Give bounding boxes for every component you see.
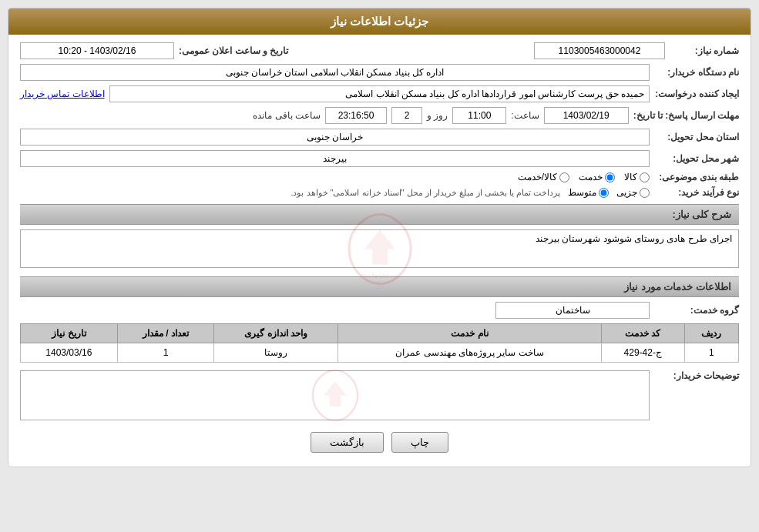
deadline-time: 11:00 <box>452 107 506 124</box>
process-note: پرداخت تمام یا بخشی از مبلغ خریدار از مح… <box>291 188 560 198</box>
table-row: 1ج-42-429ساخت سایر پروژه‌های مهندسی عمرا… <box>21 343 739 363</box>
col-header-date: تاریخ نیاز <box>21 324 118 343</box>
description-textarea[interactable]: اجرای طرح هادی روستای شوشود شهرستان بیرج… <box>20 229 739 268</box>
need-number-value: 1103005463000042 <box>534 42 665 59</box>
province-value: خراسان جنوبی <box>20 129 650 146</box>
process-label-motavasset: متوسط <box>568 187 596 198</box>
buyer-org-value: اداره کل بنیاد مسکن انقلاب اسلامی استان … <box>20 64 650 81</box>
province-row: استان محل تحویل: خراسان جنوبی <box>20 129 739 146</box>
button-row: چاپ بازگشت <box>20 432 739 453</box>
process-radio-jozei[interactable] <box>640 188 650 198</box>
city-row: شهر محل تحویل: بیرجند <box>20 150 739 167</box>
process-radio-motavasset[interactable] <box>599 188 609 198</box>
col-header-qty: تعداد / مقدار <box>117 324 214 343</box>
category-radio-kala-khedmat[interactable] <box>559 172 569 182</box>
contact-link[interactable]: اطلاعات تماس خریدار <box>20 89 105 99</box>
creator-value: حمیده حق پرست کارشناس امور قراردادها ادا… <box>109 85 650 102</box>
col-header-unit: واحد اندازه گیری <box>214 324 338 343</box>
services-table-header-row: ردیف کد خدمت نام خدمت واحد اندازه گیری ت… <box>21 324 739 343</box>
creator-row: ایجاد کننده درخواست: حمیده حق پرست کارشن… <box>20 85 739 102</box>
card-body: شماره نیاز: 1103005463000042 تاریخ و ساع… <box>8 35 751 467</box>
deadline-days: 2 <box>391 107 422 124</box>
deadline-day-label: روز و <box>427 110 448 121</box>
city-label: شهر محل تحویل: <box>654 153 739 164</box>
deadline-row: مهلت ارسال پاسخ: تا تاریخ: 1403/02/19 سا… <box>20 107 739 124</box>
page-wrapper: جزئیات اطلاعات نیاز شماره نیاز: 11030054… <box>0 0 759 532</box>
main-card: جزئیات اطلاعات نیاز شماره نیاز: 11030054… <box>8 8 751 467</box>
announce-date-value: 1403/02/16 - 10:20 <box>20 42 174 59</box>
table-cell-row: 1 <box>684 343 738 363</box>
col-header-code: کد خدمت <box>601 324 684 343</box>
creator-label: ایجاد کننده درخواست: <box>654 89 739 99</box>
category-option-khedmat[interactable]: خدمت <box>579 172 615 182</box>
top-info-row: شماره نیاز: 1103005463000042 تاریخ و ساع… <box>20 42 739 59</box>
process-option-motavasset[interactable]: متوسط <box>568 187 609 198</box>
service-group-row: گروه خدمت: ساختمان <box>20 302 739 319</box>
province-label: استان محل تحویل: <box>654 132 739 142</box>
description-area-wrapper: AhaTender.net اجرای طرح هادی روستای شوشو… <box>20 229 739 270</box>
category-label-khedmat: خدمت <box>579 172 603 182</box>
buyer-desc-label: توضیحات خریدار: <box>654 370 739 381</box>
category-radio-khedmat[interactable] <box>605 172 615 182</box>
service-info-section-header: اطلاعات خدمات مورد نیاز <box>20 276 739 297</box>
category-radio-kala[interactable] <box>640 172 650 182</box>
service-info-label: اطلاعات خدمات مورد نیاز <box>624 281 731 293</box>
deadline-time-label: ساعت: <box>511 110 539 121</box>
description-section-label: شرح کلی نیاز: <box>20 204 739 225</box>
buyer-org-label: نام دستگاه خریدار: <box>654 67 739 78</box>
category-option-kala[interactable]: کالا <box>624 172 650 182</box>
category-radio-group: کالا خدمت کالا/خدمت <box>518 172 650 182</box>
city-value: بیرجند <box>20 150 650 167</box>
services-table-body: 1ج-42-429ساخت سایر پروژه‌های مهندسی عمرا… <box>21 343 739 363</box>
description-label: شرح کلی نیاز: <box>672 209 731 220</box>
category-option-kala-khedmat[interactable]: کالا/خدمت <box>518 172 569 182</box>
table-cell-date: 1403/03/16 <box>21 343 118 363</box>
services-table: ردیف کد خدمت نام خدمت واحد اندازه گیری ت… <box>20 323 739 363</box>
deadline-countdown: 23:16:50 <box>325 107 387 124</box>
service-group-value: ساختمان <box>495 302 650 319</box>
process-row: نوع فرآیند خرید: جزیی متوسط پرداخت تمام … <box>20 187 739 198</box>
table-cell-name: ساخت سایر پروژه‌های مهندسی عمران <box>338 343 601 363</box>
print-button[interactable]: چاپ <box>391 432 448 453</box>
back-button[interactable]: بازگشت <box>311 432 384 453</box>
process-label-jozei: جزیی <box>616 187 637 198</box>
col-header-name: نام خدمت <box>338 324 601 343</box>
card-header: جزئیات اطلاعات نیاز <box>8 8 751 35</box>
category-label-kala: کالا <box>624 172 637 182</box>
buyer-desc-textarea[interactable] <box>20 370 650 420</box>
process-option-jozei[interactable]: جزیی <box>616 187 650 198</box>
service-group-label: گروه خدمت: <box>654 305 739 316</box>
buyer-desc-wrapper <box>20 370 650 423</box>
process-label: نوع فرآیند خرید: <box>654 187 739 198</box>
table-cell-qty: 1 <box>117 343 214 363</box>
category-row: طبقه بندی موضوعی: کالا خدمت کالا/خدمت <box>20 172 739 182</box>
table-cell-unit: روستا <box>214 343 338 363</box>
announce-date-group: تاریخ و ساعت اعلان عمومی: 1403/02/16 - 1… <box>20 42 294 59</box>
col-header-row: ردیف <box>684 324 738 343</box>
need-number-group: شماره نیاز: 1103005463000042 <box>534 42 739 59</box>
page-title: جزئیات اطلاعات نیاز <box>331 15 428 28</box>
deadline-countdown-label: ساعت باقی مانده <box>253 110 321 121</box>
deadline-date: 1403/02/19 <box>544 107 629 124</box>
services-table-head: ردیف کد خدمت نام خدمت واحد اندازه گیری ت… <box>21 324 739 343</box>
deadline-label: مهلت ارسال پاسخ: تا تاریخ: <box>633 110 739 121</box>
need-number-label: شماره نیاز: <box>670 45 739 56</box>
category-label: طبقه بندی موضوعی: <box>654 172 739 182</box>
buyer-desc-row: توضیحات خریدار: <box>20 370 739 423</box>
table-cell-code: ج-42-429 <box>601 343 684 363</box>
buyer-org-row: نام دستگاه خریدار: اداره کل بنیاد مسکن ا… <box>20 64 739 81</box>
announce-date-label: تاریخ و ساعت اعلان عمومی: <box>179 45 288 56</box>
category-label-kala-khedmat: کالا/خدمت <box>518 172 557 182</box>
